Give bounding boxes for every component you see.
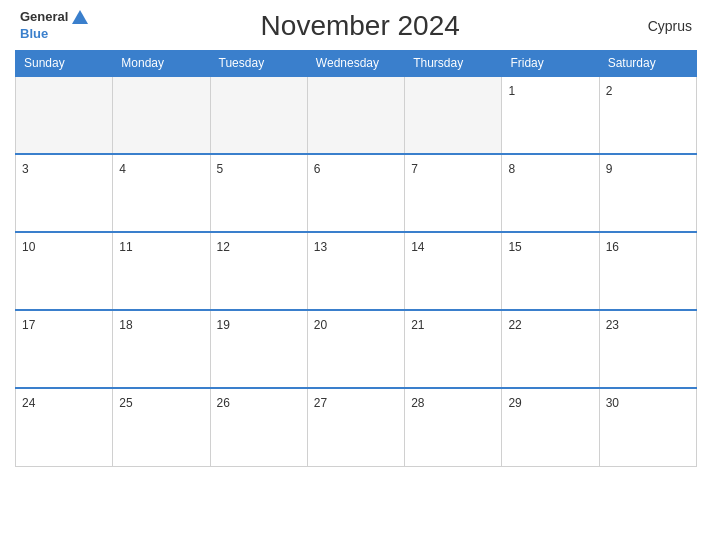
day-cell-30: 30 (599, 388, 696, 466)
day-number-21: 21 (411, 318, 424, 332)
day-cell-20: 20 (307, 310, 404, 388)
calendar-table: Sunday Monday Tuesday Wednesday Thursday… (15, 50, 697, 467)
empty-cell (113, 76, 210, 154)
day-number-15: 15 (508, 240, 521, 254)
week-row-3: 10111213141516 (16, 232, 697, 310)
day-number-2: 2 (606, 84, 613, 98)
day-cell-27: 27 (307, 388, 404, 466)
country-label: Cyprus (632, 18, 692, 34)
header-saturday: Saturday (599, 51, 696, 77)
day-number-1: 1 (508, 84, 515, 98)
day-cell-22: 22 (502, 310, 599, 388)
day-cell-23: 23 (599, 310, 696, 388)
empty-cell (16, 76, 113, 154)
calendar-container: General Blue November 2024 Cyprus Sunday… (0, 0, 712, 550)
day-cell-17: 17 (16, 310, 113, 388)
week-row-5: 24252627282930 (16, 388, 697, 466)
day-number-26: 26 (217, 396, 230, 410)
day-number-20: 20 (314, 318, 327, 332)
day-cell-15: 15 (502, 232, 599, 310)
day-cell-19: 19 (210, 310, 307, 388)
day-cell-21: 21 (405, 310, 502, 388)
day-cell-25: 25 (113, 388, 210, 466)
day-number-7: 7 (411, 162, 418, 176)
logo-general: General (20, 10, 68, 24)
header-friday: Friday (502, 51, 599, 77)
day-number-4: 4 (119, 162, 126, 176)
logo: General Blue (20, 10, 88, 42)
day-number-13: 13 (314, 240, 327, 254)
day-number-18: 18 (119, 318, 132, 332)
day-cell-10: 10 (16, 232, 113, 310)
day-number-14: 14 (411, 240, 424, 254)
calendar-header: General Blue November 2024 Cyprus (15, 10, 697, 42)
day-number-30: 30 (606, 396, 619, 410)
day-cell-8: 8 (502, 154, 599, 232)
day-cell-14: 14 (405, 232, 502, 310)
day-cell-5: 5 (210, 154, 307, 232)
day-cell-4: 4 (113, 154, 210, 232)
header-tuesday: Tuesday (210, 51, 307, 77)
day-cell-12: 12 (210, 232, 307, 310)
day-number-19: 19 (217, 318, 230, 332)
day-number-10: 10 (22, 240, 35, 254)
week-row-1: 12 (16, 76, 697, 154)
days-header-row: Sunday Monday Tuesday Wednesday Thursday… (16, 51, 697, 77)
empty-cell (405, 76, 502, 154)
day-cell-24: 24 (16, 388, 113, 466)
month-title: November 2024 (88, 10, 632, 42)
day-number-24: 24 (22, 396, 35, 410)
logo-blue: Blue (20, 26, 48, 41)
day-cell-26: 26 (210, 388, 307, 466)
week-row-2: 3456789 (16, 154, 697, 232)
day-number-16: 16 (606, 240, 619, 254)
day-cell-7: 7 (405, 154, 502, 232)
day-number-28: 28 (411, 396, 424, 410)
day-number-12: 12 (217, 240, 230, 254)
day-number-9: 9 (606, 162, 613, 176)
header-wednesday: Wednesday (307, 51, 404, 77)
day-cell-1: 1 (502, 76, 599, 154)
logo-triangle-icon (72, 10, 88, 24)
day-number-27: 27 (314, 396, 327, 410)
day-number-11: 11 (119, 240, 132, 254)
day-number-23: 23 (606, 318, 619, 332)
day-cell-9: 9 (599, 154, 696, 232)
day-cell-16: 16 (599, 232, 696, 310)
header-monday: Monday (113, 51, 210, 77)
day-number-22: 22 (508, 318, 521, 332)
day-cell-28: 28 (405, 388, 502, 466)
day-cell-2: 2 (599, 76, 696, 154)
day-number-17: 17 (22, 318, 35, 332)
logo-text-block: General Blue (20, 10, 88, 42)
header-sunday: Sunday (16, 51, 113, 77)
day-number-5: 5 (217, 162, 224, 176)
day-cell-3: 3 (16, 154, 113, 232)
day-cell-11: 11 (113, 232, 210, 310)
day-number-3: 3 (22, 162, 29, 176)
day-cell-6: 6 (307, 154, 404, 232)
day-cell-29: 29 (502, 388, 599, 466)
day-number-8: 8 (508, 162, 515, 176)
day-cell-13: 13 (307, 232, 404, 310)
header-thursday: Thursday (405, 51, 502, 77)
empty-cell (210, 76, 307, 154)
day-number-6: 6 (314, 162, 321, 176)
week-row-4: 17181920212223 (16, 310, 697, 388)
day-number-29: 29 (508, 396, 521, 410)
day-cell-18: 18 (113, 310, 210, 388)
day-number-25: 25 (119, 396, 132, 410)
empty-cell (307, 76, 404, 154)
